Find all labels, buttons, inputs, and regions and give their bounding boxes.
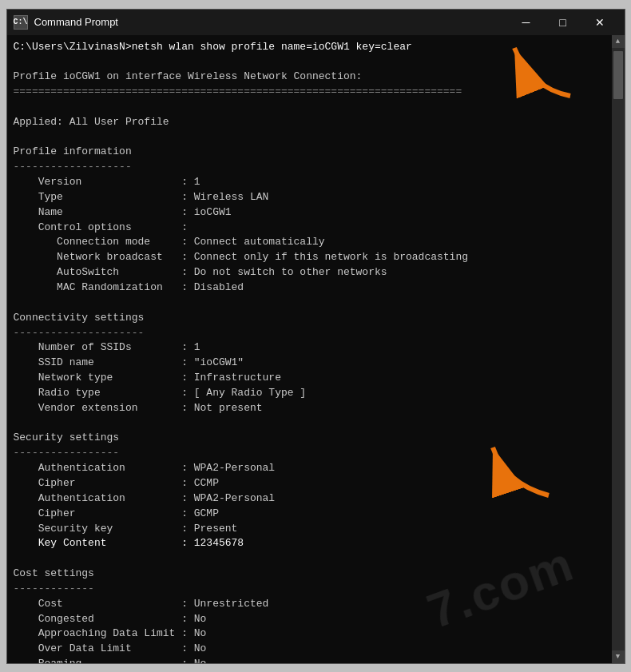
icon-label: C:\ [14,18,28,26]
terminal-output[interactable]: C:\Users\ZilvinasN>netsh wlan show profi… [7,35,612,663]
scroll-down-arrow[interactable]: ▼ [612,650,625,663]
annotation-arrow-down [489,439,561,507]
window-title: Command Prompt [34,16,508,28]
command-prompt-window: C:\ Command Prompt ─ □ ✕ C:\Users\Zilvin… [6,9,625,664]
title-bar: C:\ Command Prompt ─ □ ✕ [7,10,625,35]
window-controls: ─ □ ✕ [508,10,618,35]
maximize-button[interactable]: □ [545,10,581,35]
scrollbar[interactable]: ▲ ▼ [612,35,625,663]
close-button[interactable]: ✕ [581,10,618,35]
minimize-button[interactable]: ─ [508,10,545,35]
scroll-up-arrow[interactable]: ▲ [612,35,625,48]
app-icon: C:\ [14,15,28,30]
annotation-arrow-up [506,40,578,108]
content-area: C:\Users\ZilvinasN>netsh wlan show profi… [7,35,625,663]
scrollbar-track[interactable] [612,48,625,650]
scrollbar-thumb[interactable] [613,51,623,99]
